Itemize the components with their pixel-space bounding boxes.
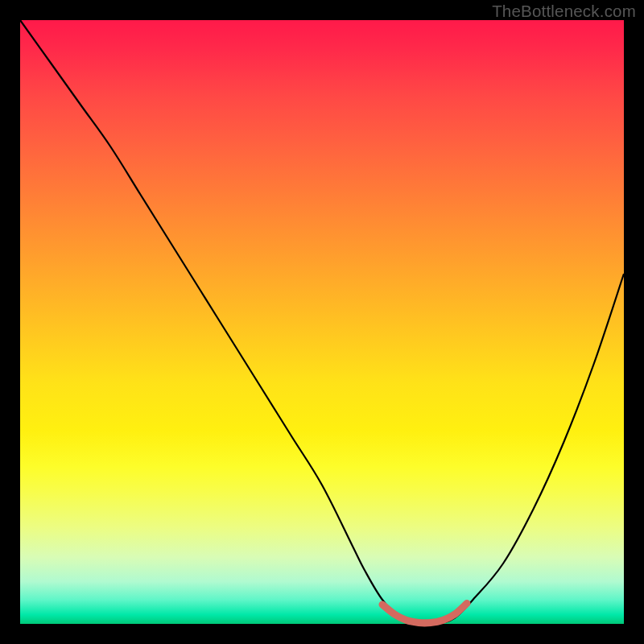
chart-svg: [20, 20, 624, 624]
watermark-text: TheBottleneck.com: [492, 2, 636, 21]
chart-container: TheBottleneck.com: [0, 0, 644, 644]
main-curve: [20, 20, 624, 625]
bottom-highlight: [382, 604, 467, 623]
